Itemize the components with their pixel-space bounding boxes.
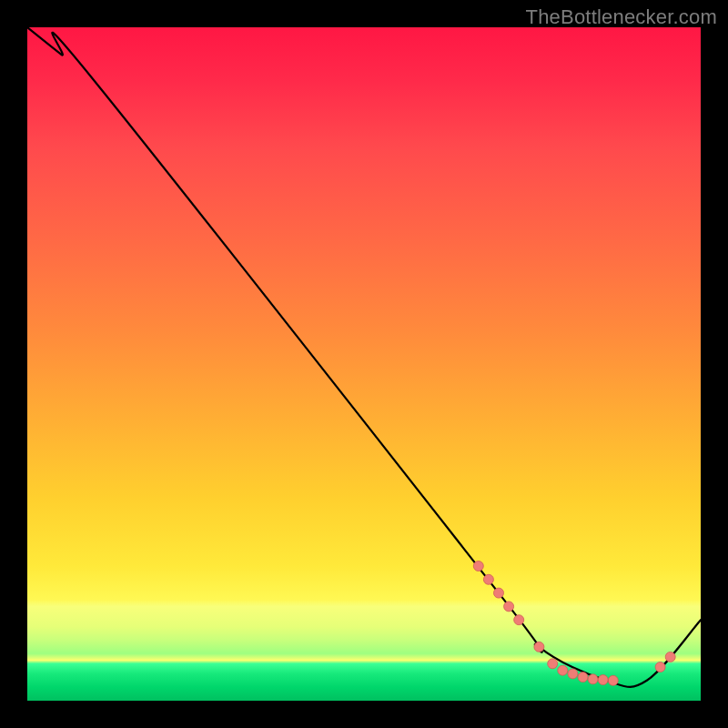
bottleneck-curve xyxy=(27,27,701,687)
curve-marker xyxy=(598,675,608,685)
curve-marker xyxy=(534,642,544,652)
curve-marker xyxy=(665,652,675,662)
curve-markers xyxy=(473,561,675,686)
curve-marker xyxy=(473,561,483,571)
curve-marker xyxy=(494,588,504,598)
attribution-label: TheBottlenecker.com xyxy=(526,5,717,29)
curve-marker xyxy=(504,602,514,612)
curve-marker xyxy=(588,674,598,684)
curve-marker xyxy=(608,675,618,685)
curve-marker xyxy=(483,574,493,584)
curve-marker xyxy=(568,669,578,679)
curve-layer xyxy=(27,27,701,701)
plot-area xyxy=(27,27,701,701)
curve-marker xyxy=(578,672,588,682)
curve-marker xyxy=(558,665,568,675)
curve-marker xyxy=(655,662,665,672)
curve-marker xyxy=(548,659,558,669)
curve-marker xyxy=(514,615,524,625)
chart-stage: TheBottlenecker.com xyxy=(0,0,728,728)
